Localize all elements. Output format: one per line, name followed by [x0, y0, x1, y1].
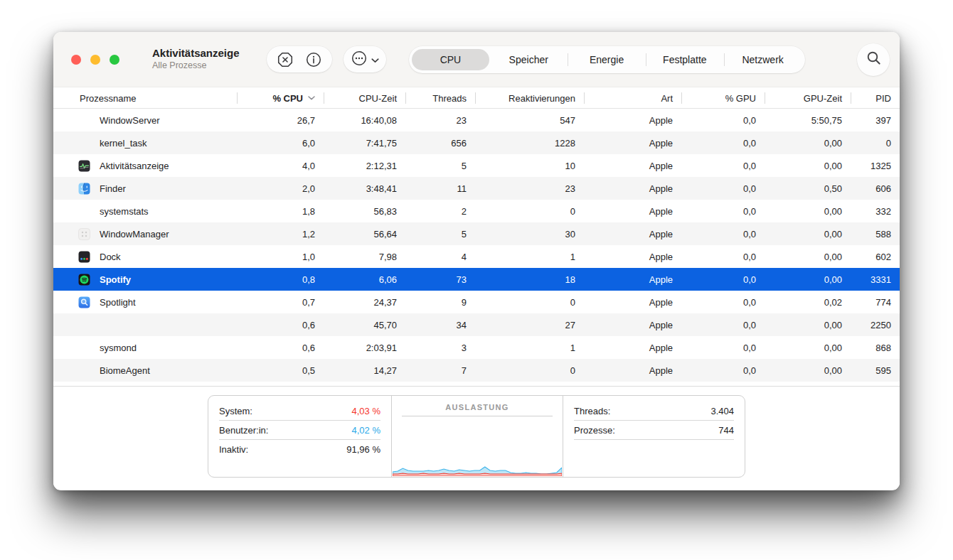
table-row-unnamed[interactable]: 0,6 45,70 34 27 Apple 0,0 0,00 2250: [53, 313, 900, 336]
tab-festplatte[interactable]: Festplatte: [646, 49, 724, 70]
cell-gpu: 0,0: [681, 206, 765, 217]
tab-netzwerk[interactable]: Netzwerk: [724, 49, 802, 70]
cell-kind: Apple: [584, 183, 681, 194]
cell-cpu: 0,6: [237, 320, 324, 330]
stat-row: Inaktiv:91,96 %: [219, 440, 380, 459]
cell-threads: 3: [405, 343, 475, 353]
process-name: Aktivitätsanzeige: [100, 161, 169, 171]
table-row-sysmond[interactable]: sysmond 0,6 2:03,91 3 1 Apple 0,0 0,00 8…: [53, 336, 900, 359]
window-manager-icon: [78, 228, 90, 240]
cell-pid: 397: [851, 115, 900, 126]
stat-label: Prozesse:: [574, 425, 615, 436]
cell-gpu_time: 0,00: [765, 252, 851, 262]
more-options-button[interactable]: [344, 46, 386, 72]
toolbar: Aktivitätsanzeige Alle Prozesse: [53, 32, 900, 87]
process-name: WindowManager: [100, 229, 169, 239]
close-window-button[interactable]: [71, 55, 81, 65]
inspect-process-button[interactable]: [299, 46, 328, 72]
cell-pid: 774: [851, 297, 900, 308]
cell-cpu_time: 3:48,41: [324, 183, 405, 194]
cell-cpu: 1,2: [237, 229, 324, 239]
no-icon: [78, 114, 90, 126]
column-header-name[interactable]: Prozessname: [53, 87, 237, 109]
stat-row: Prozesse:744: [574, 421, 734, 440]
stop-process-button[interactable]: [271, 46, 299, 72]
table-header: Prozessname% CPUCPU-ZeitThreadsReaktivie…: [53, 87, 900, 109]
cell-gpu: 0,0: [681, 161, 765, 171]
cell-gpu_time: 0,00: [765, 138, 851, 149]
cell-cpu_time: 45,70: [324, 320, 405, 330]
table-row-Spotlight[interactable]: Spotlight 0,7 24,37 9 0 Apple 0,0 0,02 7…: [53, 291, 900, 313]
more-options-icon: [351, 50, 368, 70]
cell-reactivations: 1: [475, 343, 584, 353]
search-button[interactable]: [857, 43, 890, 76]
table-row-BiomeAgent[interactable]: BiomeAgent 0,5 14,27 7 0 Apple 0,0 0,00 …: [53, 359, 900, 382]
no-icon: [78, 342, 90, 354]
no-icon: [78, 319, 90, 331]
search-icon: [866, 50, 882, 69]
process-name: sysmond: [100, 343, 137, 353]
table-row-Dock[interactable]: Dock 1,0 7,98 4 1 Apple 0,0 0,00 602: [53, 245, 900, 268]
chart-series-System: [393, 473, 562, 476]
cell-cpu: 2,0: [237, 183, 324, 194]
column-header-gpu_time[interactable]: GPU-Zeit: [765, 87, 851, 109]
cell-threads: 7: [405, 365, 475, 376]
column-header-reactivations[interactable]: Reaktivierungen: [475, 87, 584, 109]
cell-kind: Apple: [584, 320, 681, 330]
cell-threads: 23: [405, 115, 475, 126]
cell-cpu: 1,0: [237, 252, 324, 262]
column-header-gpu[interactable]: % GPU: [681, 87, 765, 109]
table-row-WindowManager[interactable]: WindowManager 1,2 56,64 5 30 Apple 0,0 0…: [53, 222, 900, 245]
table-row-WindowServer[interactable]: WindowServer 26,7 16:40,08 23 547 Apple …: [53, 109, 900, 131]
cell-pid: 1325: [851, 161, 900, 171]
cell-cpu_time: 24,37: [324, 297, 405, 308]
cell-pid: 0: [851, 138, 900, 149]
stat-label: System:: [219, 406, 252, 416]
cell-kind: Apple: [584, 365, 681, 376]
tab-cpu[interactable]: CPU: [412, 49, 490, 70]
window-subtitle: Alle Prozesse: [152, 60, 240, 72]
activity-monitor-window: Aktivitätsanzeige Alle Prozesse: [53, 32, 900, 490]
cell-threads: 5: [405, 161, 475, 171]
cell-gpu_time: 0,00: [765, 161, 851, 171]
cell-gpu: 0,0: [681, 115, 765, 126]
sort-direction-icon: [308, 96, 315, 100]
table-row-Aktivitätsanzeige[interactable]: Aktivitätsanzeige 4,0 2:12,31 5 10 Apple…: [53, 154, 900, 177]
process-table: WindowServer 26,7 16:40,08 23 547 Apple …: [53, 109, 900, 382]
minimize-window-button[interactable]: [90, 55, 100, 65]
stat-label: Threads:: [574, 406, 610, 416]
cell-threads: 656: [405, 138, 475, 149]
column-header-kind[interactable]: Art: [584, 87, 681, 109]
cell-cpu_time: 7:41,75: [324, 138, 405, 149]
cell-pid: 332: [851, 206, 900, 217]
cell-gpu: 0,0: [681, 183, 765, 194]
column-header-cpu[interactable]: % CPU: [237, 87, 324, 109]
cell-threads: 9: [405, 297, 475, 308]
traffic-lights: [71, 55, 119, 65]
cell-kind: Apple: [584, 343, 681, 353]
column-header-threads[interactable]: Threads: [405, 87, 475, 109]
stat-row: Benutzer:in:4,02 %: [219, 421, 380, 440]
table-row-Spotify[interactable]: Spotify 0,8 6,06 73 18 Apple 0,0 0,00 33…: [53, 268, 900, 291]
stop-process-icon: [277, 51, 294, 68]
process-counts: Threads:3.404Prozesse:744: [563, 396, 745, 477]
cell-pid: 868: [851, 343, 900, 353]
zoom-window-button[interactable]: [110, 55, 119, 65]
column-header-cpu_time[interactable]: CPU-Zeit: [324, 87, 405, 109]
cell-cpu_time: 6,06: [324, 274, 405, 285]
cell-cpu: 4,0: [237, 161, 324, 171]
table-row-systemstats[interactable]: systemstats 1,8 56,83 2 0 Apple 0,0 0,00…: [53, 200, 900, 222]
tab-energie[interactable]: Energie: [568, 49, 646, 70]
tab-speicher[interactable]: Speicher: [489, 49, 568, 70]
table-row-kernel_task[interactable]: kernel_task 6,0 7:41,75 656 1228 Apple 0…: [53, 131, 900, 154]
window-title: Aktivitätsanzeige: [152, 47, 240, 60]
process-name: Spotlight: [100, 297, 136, 308]
cell-gpu_time: 5:50,75: [765, 115, 851, 126]
chart-title: AUSLASTUNG: [392, 396, 563, 411]
column-header-pid[interactable]: PID: [851, 87, 900, 109]
process-name: Dock: [100, 252, 121, 262]
cell-gpu: 0,0: [681, 229, 765, 239]
table-row-Finder[interactable]: Finder 2,0 3:48,41 11 23 Apple 0,0 0,50 …: [53, 177, 900, 200]
stat-value: 91,96 %: [346, 444, 380, 455]
cell-gpu_time: 0,00: [765, 320, 851, 330]
